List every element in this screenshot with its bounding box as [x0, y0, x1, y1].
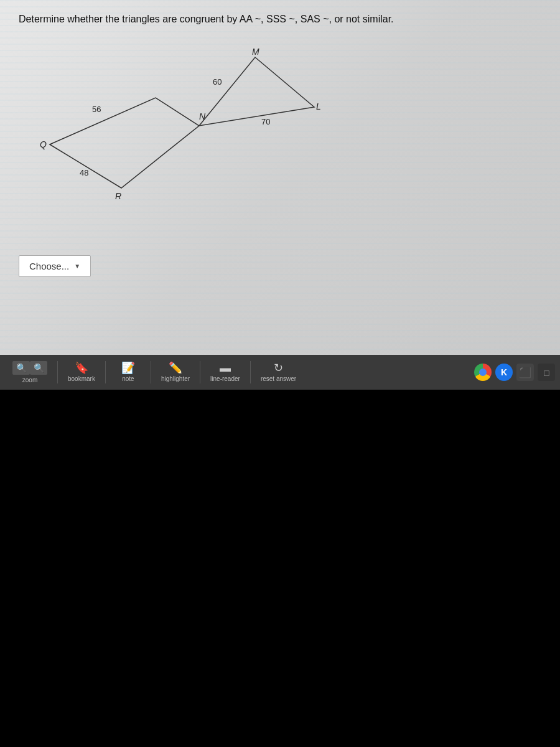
note-label: note: [122, 375, 134, 382]
vertex-R: R: [115, 191, 121, 201]
label-56: 56: [92, 105, 101, 114]
zoom-controls[interactable]: 🔍 🔍: [12, 361, 47, 375]
separator-3: [151, 361, 151, 383]
reset-label: reset answer: [261, 375, 296, 382]
chrome-icon[interactable]: [474, 364, 492, 381]
line-reader-label: line-reader: [210, 375, 240, 382]
reset-answer-button[interactable]: ↻ reset answer: [256, 358, 301, 387]
vertex-L: L: [316, 101, 321, 111]
zoom-out-button[interactable]: 🔍: [12, 361, 30, 375]
zoom-label: zoom: [22, 377, 37, 383]
label-60: 60: [213, 77, 222, 87]
k-app-icon[interactable]: K: [495, 364, 513, 381]
question-area: Determine whether the triangles are cong…: [0, 0, 560, 355]
left-shape: [50, 98, 199, 188]
zoom-out-icon: 🔍: [16, 363, 27, 373]
separator-2: [105, 361, 106, 383]
line-reader-button[interactable]: ▬ line-reader: [205, 358, 245, 387]
geometry-diagram: Q R N M L 56 48 60 70: [31, 39, 355, 238]
highlighter-button[interactable]: ✏️ highlighter: [156, 358, 195, 387]
bookmark-label: bookmark: [68, 375, 95, 382]
k-label: K: [501, 367, 507, 377]
vertex-N: N: [199, 111, 206, 121]
choose-label: Choose...: [29, 261, 69, 271]
note-icon: 📝: [121, 362, 135, 374]
separator-1: [57, 361, 58, 383]
capture-icon-glyph: ◻: [543, 368, 550, 377]
screen-icon-glyph: ⬛: [519, 367, 531, 378]
screen-icon[interactable]: ⬛: [516, 364, 534, 381]
choose-dropdown-button[interactable]: Choose... ▼: [19, 255, 91, 277]
label-48: 48: [80, 168, 88, 177]
toolbar: 🔍 🔍 zoom 🔖 bookmark 📝 note ✏️ highlighte…: [0, 355, 560, 390]
zoom-in-icon: 🔍: [34, 363, 44, 373]
reset-icon: ↻: [274, 362, 283, 374]
bookmark-icon: 🔖: [75, 362, 88, 374]
chrome-inner-circle: [479, 369, 487, 376]
capture-icon[interactable]: ◻: [538, 364, 555, 381]
system-tray: K ⬛ ◻: [474, 364, 555, 381]
zoom-in-button[interactable]: 🔍: [30, 361, 47, 375]
vertex-Q: Q: [40, 139, 47, 149]
highlighter-label: highlighter: [161, 375, 190, 382]
zoom-button[interactable]: 🔍 🔍 zoom: [7, 358, 52, 387]
right-triangle: [199, 57, 314, 126]
bookmark-button[interactable]: 🔖 bookmark: [63, 358, 100, 387]
diagram-container: Q R N M L 56 48 60 70: [31, 39, 355, 238]
note-button[interactable]: 📝 note: [111, 358, 146, 387]
vertex-M: M: [252, 47, 259, 57]
choose-arrow-icon: ▼: [74, 263, 80, 270]
question-text: Determine whether the triangles are cong…: [19, 12, 541, 26]
separator-4: [200, 361, 200, 383]
highlighter-icon: ✏️: [169, 362, 182, 374]
dark-bottom-area: [0, 390, 560, 747]
label-70: 70: [261, 117, 270, 126]
question-label: Determine whether the triangles are cong…: [19, 14, 394, 24]
line-reader-icon: ▬: [220, 362, 231, 374]
separator-5: [250, 361, 251, 383]
